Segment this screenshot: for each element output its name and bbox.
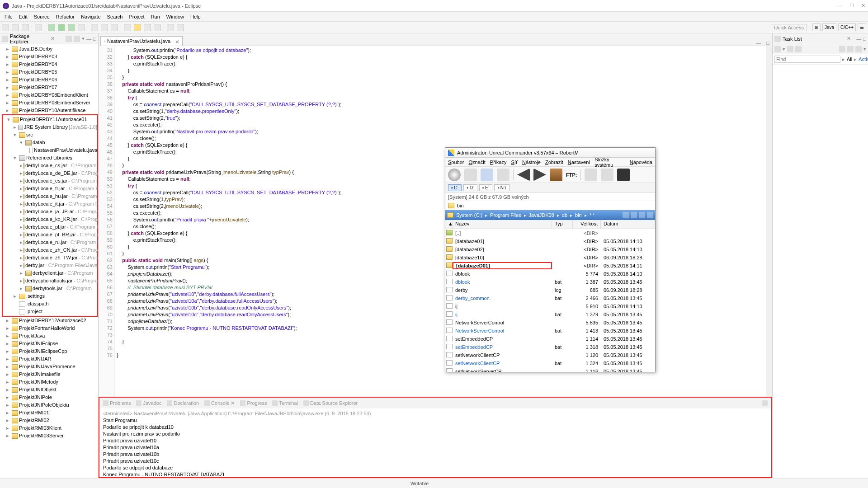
col-type[interactable]: Typ xyxy=(552,220,573,229)
nav-back-icon[interactable] xyxy=(517,169,530,181)
bottom-tab-problems[interactable]: Problems xyxy=(103,400,131,406)
collapse-icon[interactable] xyxy=(847,46,854,52)
tree-item[interactable]: NastaveniPravUzivatelu.java xyxy=(3,146,97,154)
view-mode-3-icon[interactable] xyxy=(497,169,509,181)
open-type-icon[interactable] xyxy=(111,24,118,31)
file-row[interactable]: [databaze02]<DIR>05.05.2018 14:10 xyxy=(445,245,655,253)
tree-item[interactable]: ▸ProjektDERBY10Autentifikace xyxy=(2,107,98,114)
copy-icon[interactable] xyxy=(631,212,637,218)
tree-item[interactable]: ▸derbyLocale_pt_BR.jar - C:\Program Fil xyxy=(3,231,97,239)
save-icon[interactable] xyxy=(12,24,19,31)
file-row[interactable]: derbylog68506.09.2018 18:28 xyxy=(445,286,655,294)
file-row[interactable]: derby_commonbat2 46605.05.2018 13:45 xyxy=(445,294,655,302)
tree-item[interactable]: ▸ProjektDERBY04 xyxy=(2,61,98,68)
new-icon[interactable] xyxy=(2,24,9,31)
tree-item[interactable]: ▸derbytools.jar - C:\Program xyxy=(3,285,97,292)
cm-menu-složky systému[interactable]: Složky systému xyxy=(594,157,625,168)
col-date[interactable]: Datum xyxy=(601,220,655,229)
menu-help[interactable]: Help xyxy=(188,13,203,20)
quick-access[interactable]: Quick Access xyxy=(771,24,807,31)
file-row[interactable]: [..]<DIR> xyxy=(445,229,655,237)
tree-item[interactable]: ▸derbyLocale_zh_TW.jar - C:\Program xyxy=(3,254,97,262)
toggle-mark-icon[interactable] xyxy=(134,24,141,31)
cm-menu-příkazy[interactable]: Příkazy xyxy=(490,160,507,165)
crumb-seg[interactable]: bin xyxy=(575,212,582,218)
close-icon[interactable]: ✕ xyxy=(861,3,865,9)
tree-item[interactable]: ▸ProjektDERBY08EmbendKlient xyxy=(2,91,98,99)
down-icon[interactable] xyxy=(647,212,653,218)
save-all-icon[interactable] xyxy=(22,24,29,31)
commander-file-list[interactable]: [..]<DIR>[databaze01]<DIR>05.05.2018 14:… xyxy=(445,229,655,372)
tree-item[interactable]: ▸derbyLocale_ja_JP.jar - C:\Program Fil xyxy=(3,208,97,216)
tree-item[interactable]: ▸ProjektJNIMetody xyxy=(2,378,98,386)
tree-item[interactable]: ▸ProjektRMI02 xyxy=(2,417,98,424)
tool-3-icon[interactable] xyxy=(617,169,630,181)
bottom-tab-data-source-explorer[interactable]: Data Source Explorer xyxy=(303,400,358,406)
commander-tab-label[interactable]: bin xyxy=(457,203,464,208)
tree-item[interactable]: ▸ProjektDERBY12Autorizace02 xyxy=(2,317,98,324)
filter-icon[interactable] xyxy=(855,46,862,52)
ftp-label[interactable]: FTP: xyxy=(566,172,577,178)
tree-item[interactable]: ▸ProjektJNIPole xyxy=(2,394,98,401)
file-row[interactable]: dblook5 77405.05.2018 14:10 xyxy=(445,270,655,278)
cm-menu-soubor[interactable]: Soubor xyxy=(448,160,464,165)
back-icon[interactable] xyxy=(167,24,174,31)
tasklist-find-input[interactable] xyxy=(774,56,840,63)
tree-item[interactable]: ▸ProjektDERBY07 xyxy=(2,84,98,91)
file-row[interactable]: setNetworkClientCPbat1 32405.05.2018 13:… xyxy=(445,359,655,367)
code-content[interactable]: System.out.println("Podarilo se odpojit … xyxy=(115,46,772,397)
cm-menu-zobrazit[interactable]: Zobrazit xyxy=(545,160,563,165)
drive-N[interactable]: ▪ N:\ xyxy=(494,184,509,191)
tree-item[interactable]: ▸derbyclient.jar - C:\Program xyxy=(3,269,97,277)
crumb-seg[interactable]: System (C:) xyxy=(456,212,482,218)
commander-breadcrumb[interactable]: System (C:)▸Program Files▸JavaJDK08▸db▸b… xyxy=(445,210,655,220)
up-icon[interactable] xyxy=(639,212,645,218)
tree-item[interactable]: ▸.settings xyxy=(3,292,97,300)
tree-item[interactable]: ▾Referenced Libraries xyxy=(3,154,97,162)
code-editor[interactable]: 3132333435363738394041424344454647484950… xyxy=(99,46,772,397)
bottom-tab-javadoc[interactable]: Javadoc xyxy=(136,400,161,406)
editor-maximize-icon[interactable]: □ xyxy=(764,40,772,46)
tree-item[interactable]: ▸ProjektJNIEclipseCpp xyxy=(2,347,98,355)
tree-item[interactable]: ▸derbyLocale_ko_KR.jar - C:\Program Fil xyxy=(3,216,97,223)
maximize-icon[interactable]: ☐ xyxy=(849,3,854,9)
cm-menu-označit[interactable]: Označit xyxy=(468,160,485,165)
tree-item[interactable]: ▸ProjektFortranHalloWorld xyxy=(2,324,98,332)
tree-item[interactable]: ▸ProjektDERBY06 xyxy=(2,76,98,84)
tree-item[interactable]: ▸ProjektJNIJavaPromenne xyxy=(2,363,98,371)
perspective-resource-icon[interactable]: ☰ xyxy=(858,23,866,31)
col-name[interactable]: Název xyxy=(453,220,552,229)
cm-menu-síť[interactable]: Síť xyxy=(511,160,518,165)
tree-item[interactable]: ▸derbyLocale_pl.jar - C:\Program Fil xyxy=(3,223,97,231)
focus-icon[interactable] xyxy=(795,46,802,52)
nav-forward-icon[interactable] xyxy=(533,169,546,181)
link-editor-icon[interactable] xyxy=(74,36,80,42)
commander-list-header[interactable]: ▲ Název Typ Velikost Datum xyxy=(445,220,655,229)
cm-menu-nástroje[interactable]: Nástroje xyxy=(522,160,541,165)
packer-icon[interactable] xyxy=(550,169,562,181)
tree-item[interactable]: ▸Java.DB.Derby xyxy=(2,45,98,53)
tree-item[interactable]: ▸JRE System Library [JavaSE-1.8] xyxy=(3,123,97,131)
tasklist-min-icon[interactable]: — xyxy=(856,36,861,42)
open-perspective-icon[interactable]: ⊞ xyxy=(812,23,821,31)
perspective-java[interactable]: Java xyxy=(822,23,836,31)
editor-minimize-icon[interactable]: — xyxy=(753,40,764,46)
coverage-icon[interactable] xyxy=(78,24,85,31)
crumb-seg[interactable]: db xyxy=(562,212,567,218)
console-pin-icon[interactable] xyxy=(762,400,768,406)
star-icon[interactable] xyxy=(623,212,629,218)
bottom-tab-declaration[interactable]: Declaration xyxy=(167,400,199,406)
menu-edit[interactable]: Edit xyxy=(16,13,30,20)
menu-window[interactable]: Window xyxy=(164,13,187,20)
tree-item[interactable]: ▸ProjektJNIObjekt xyxy=(2,386,98,394)
tree-item[interactable]: ▸derbyoptionaltools.jar - C:\Program xyxy=(3,277,97,285)
file-row[interactable]: [databazeD01]<DIR>05.05.2018 14:11 xyxy=(445,262,655,270)
menu-search[interactable]: Search xyxy=(104,13,126,20)
menu-refactor[interactable]: Refactor xyxy=(53,13,78,20)
tree-item[interactable]: ▸derbyLocale_de_DE.jar - C:\Program Fil xyxy=(3,169,97,177)
tasklist-close-icon[interactable]: ✕ xyxy=(847,36,851,42)
bottom-tab-console[interactable]: Console ✕ xyxy=(204,400,235,406)
drive-E[interactable]: ▪ E: xyxy=(479,184,493,191)
sync-icon[interactable] xyxy=(839,46,845,52)
tasklist-max-icon[interactable]: □ xyxy=(863,36,866,42)
